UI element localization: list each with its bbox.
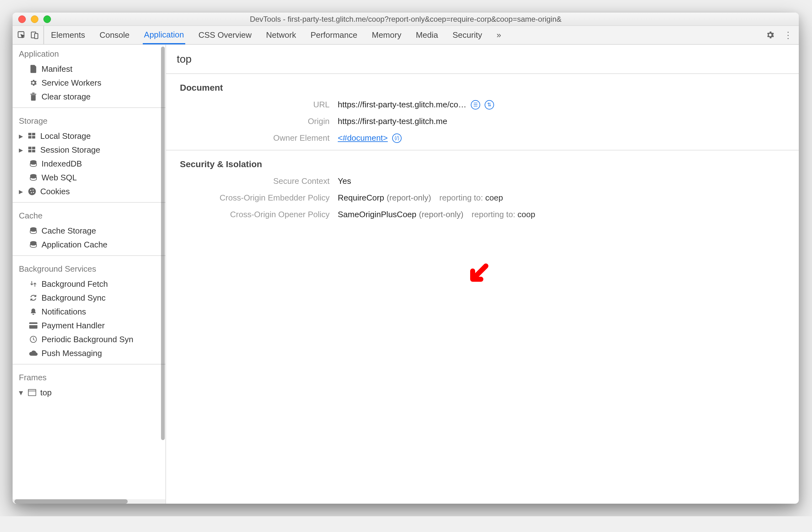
- svg-point-16: [31, 192, 32, 193]
- settings-icon[interactable]: [766, 30, 775, 40]
- traffic-lights: [18, 15, 51, 23]
- owner-element-link[interactable]: <#document>: [338, 133, 388, 143]
- sidebar-group-cache: Cache: [13, 207, 165, 224]
- tab-elements[interactable]: Elements: [50, 26, 86, 44]
- titlebar: DevTools - first-party-test.glitch.me/co…: [13, 13, 799, 26]
- svg-rect-4: [32, 133, 35, 135]
- sidebar-item-websql[interactable]: Web SQL: [13, 171, 165, 184]
- sync-icon: [29, 293, 38, 302]
- tabbar: Elements Console Application CSS Overvie…: [13, 26, 799, 45]
- db-icon: [29, 173, 38, 182]
- sidebar-item-label: Background Sync: [42, 293, 106, 303]
- sidebar-item-label: top: [40, 388, 52, 397]
- svg-rect-3: [28, 133, 31, 135]
- coop-mode: (report-only): [419, 210, 464, 220]
- tab-network[interactable]: Network: [265, 26, 297, 44]
- clock-icon: [29, 335, 38, 344]
- sidebar-item-notifications[interactable]: Notifications: [13, 305, 165, 319]
- inspect-icon[interactable]: [17, 30, 26, 39]
- tab-css-overview[interactable]: CSS Overview: [197, 26, 253, 44]
- tab-performance[interactable]: Performance: [309, 26, 359, 44]
- sidebar-item-label: Application Cache: [42, 240, 107, 250]
- coep-label: Cross-Origin Embedder Policy: [180, 193, 338, 203]
- grid-icon: [28, 131, 37, 140]
- sidebar-item-label: Service Workers: [42, 78, 101, 88]
- minimize-window-button[interactable]: [31, 15, 38, 23]
- copy-icon[interactable]: ☰: [471, 100, 480, 110]
- sidebar-item-label: Local Storage: [40, 131, 90, 141]
- sidebar-item-service-workers[interactable]: Service Workers: [13, 76, 165, 90]
- sidebar-item-background-sync[interactable]: Background Sync: [13, 291, 165, 305]
- sidebar-scrollbar[interactable]: [161, 46, 165, 440]
- sidebar-item-cookies[interactable]: ▸ Cookies: [13, 184, 165, 198]
- coep-reporting: reporting to: coep: [439, 193, 503, 203]
- sidebar-item-label: IndexedDB: [42, 159, 82, 169]
- sidebar-item-indexeddb[interactable]: IndexedDB: [13, 157, 165, 171]
- svg-rect-8: [32, 147, 35, 149]
- sidebar-item-label: Background Fetch: [42, 279, 108, 289]
- more-menu-icon[interactable]: ⋮: [784, 30, 793, 40]
- device-toggle-icon[interactable]: [30, 30, 39, 39]
- origin-value: https://first-party-test.glitch.me: [338, 116, 447, 126]
- section-security-title: Security & Isolation: [180, 159, 785, 169]
- owner-element-label: Owner Element: [180, 133, 338, 143]
- secure-context-value: Yes: [338, 176, 351, 186]
- sidebar-item-label: Push Messaging: [42, 349, 102, 358]
- reveal-icon[interactable]: ⇅: [484, 100, 494, 110]
- sidebar-item-label: Session Storage: [40, 145, 100, 155]
- zoom-window-button[interactable]: [43, 15, 51, 23]
- file-icon: [29, 65, 38, 73]
- svg-rect-10: [32, 150, 35, 152]
- sidebar-item-frame-top[interactable]: ▾ top: [13, 386, 165, 400]
- sidebar-item-payment-handler[interactable]: Payment Handler: [13, 319, 165, 333]
- grid-icon: [28, 145, 37, 154]
- window-title: DevTools - first-party-test.glitch.me/co…: [18, 15, 794, 24]
- sidebar-group-storage: Storage: [13, 112, 165, 129]
- tab-memory[interactable]: Memory: [371, 26, 403, 44]
- sidebar-group-application: Application: [13, 45, 165, 62]
- sidebar-group-frames: Frames: [13, 368, 165, 386]
- close-window-button[interactable]: [18, 15, 26, 23]
- sidebar-item-cache-storage[interactable]: Cache Storage: [13, 224, 165, 238]
- main-panel: top Document URL https://first-party-tes…: [166, 45, 799, 504]
- sidebar-item-manifest[interactable]: Manifest: [13, 62, 165, 76]
- sidebar-item-background-fetch[interactable]: Background Fetch: [13, 277, 165, 291]
- db-icon: [29, 226, 38, 235]
- url-value: https://first-party-test.glitch.me/co…: [338, 100, 466, 110]
- bell-icon: [29, 307, 38, 316]
- chevron-right-icon: ▸: [19, 131, 24, 141]
- svg-rect-2: [34, 33, 38, 38]
- sidebar-item-label: Manifest: [42, 64, 72, 74]
- cookie-icon: [28, 187, 37, 196]
- sidebar-item-clear-storage[interactable]: Clear storage: [13, 90, 165, 103]
- url-label: URL: [180, 100, 338, 110]
- sidebar-item-label: Periodic Background Syn: [42, 335, 133, 345]
- svg-rect-7: [28, 147, 31, 149]
- section-document-title: Document: [180, 83, 785, 93]
- cloud-icon: [29, 349, 38, 358]
- svg-rect-21: [29, 324, 38, 325]
- sidebar-item-session-storage[interactable]: ▸ Session Storage: [13, 143, 165, 157]
- sidebar-item-application-cache[interactable]: Application Cache: [13, 238, 165, 252]
- code-icon[interactable]: ⟨/⟩: [392, 134, 402, 143]
- window-icon: [28, 388, 37, 397]
- sidebar-item-local-storage[interactable]: ▸ Local Storage: [13, 129, 165, 143]
- sidebar-hscroll[interactable]: [13, 499, 165, 504]
- db-icon: [29, 240, 38, 249]
- coep-mode: (report-only): [387, 193, 431, 203]
- tab-console[interactable]: Console: [98, 26, 131, 44]
- trash-icon: [29, 92, 38, 101]
- sidebar-item-periodic-background-sync[interactable]: Periodic Background Syn: [13, 333, 165, 346]
- tab-media[interactable]: Media: [415, 26, 439, 44]
- sidebar: Application Manifest Service Workers Cle…: [13, 45, 166, 504]
- sidebar-item-label: Web SQL: [42, 173, 77, 183]
- sidebar-item-push-messaging[interactable]: Push Messaging: [13, 346, 165, 360]
- tab-application[interactable]: Application: [143, 26, 185, 44]
- tabs-overflow[interactable]: »: [495, 26, 502, 44]
- sidebar-item-label: Notifications: [42, 307, 86, 317]
- tab-security[interactable]: Security: [451, 26, 483, 44]
- updown-icon: [29, 280, 38, 288]
- sidebar-item-label: Payment Handler: [42, 321, 105, 331]
- chevron-down-icon: ▾: [19, 388, 24, 397]
- gear-icon: [29, 79, 38, 87]
